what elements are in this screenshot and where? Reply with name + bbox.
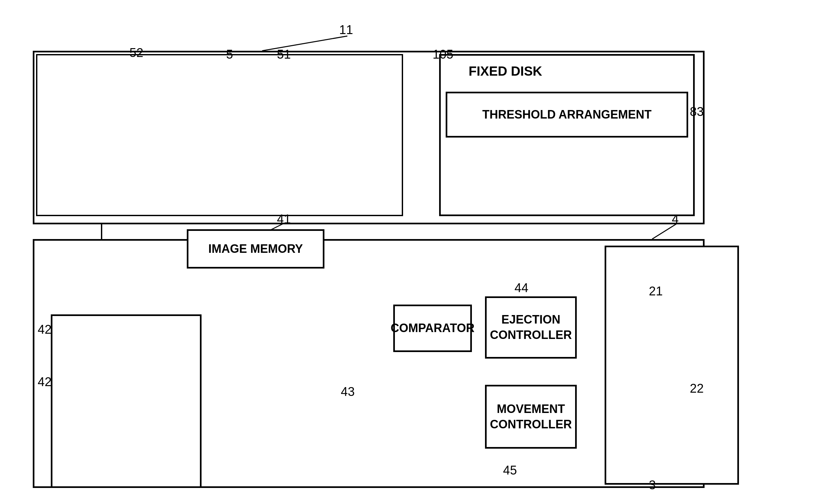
movement-controller-box: MOVEMENT CONTROLLER [485,385,577,449]
ref-52: 52 [129,46,143,60]
operation-part-inner [36,54,403,216]
movement-controller-label: MOVEMENT CONTROLLER [490,402,572,432]
ref-44: 44 [514,281,528,295]
ref-45: 45 [503,463,517,478]
ref-105: 105 [433,47,453,62]
comparator-box: COMPARATOR [393,304,472,352]
ref-22: 22 [690,382,704,396]
ref-51: 51 [277,47,291,62]
matrix-memories-container [51,314,201,488]
ref-42a: 42 [38,323,51,337]
threshold-arrangement-label: THRESHOLD ARRANGEMENT [482,107,652,122]
image-memory-box: IMAGE MEMORY [187,229,324,269]
ref-11: 11 [339,23,353,37]
ref-42b: 42 [38,375,51,389]
ref-41: 41 [277,212,291,226]
ref-43: 43 [341,385,355,399]
fixed-disk-label: FIXED DISK [468,64,542,78]
svg-line-20 [262,36,347,51]
ref-83: 83 [690,105,704,119]
ref-3: 3 [649,478,656,492]
right-output-container [605,246,739,485]
ref-21: 21 [649,284,663,298]
comparator-label: COMPARATOR [391,321,475,336]
ejection-controller-label: EJECTION CONTROLLER [490,312,572,343]
ejection-controller-box: EJECTION CONTROLLER [485,296,577,359]
diagram: OPERATION PART MASKING PART MATRIX EXPAN… [0,0,834,504]
image-memory-label: IMAGE MEMORY [208,242,303,257]
ref-5: 5 [226,47,233,62]
ref-4: 4 [672,212,679,226]
threshold-arrangement-box: THRESHOLD ARRANGEMENT [446,92,688,138]
